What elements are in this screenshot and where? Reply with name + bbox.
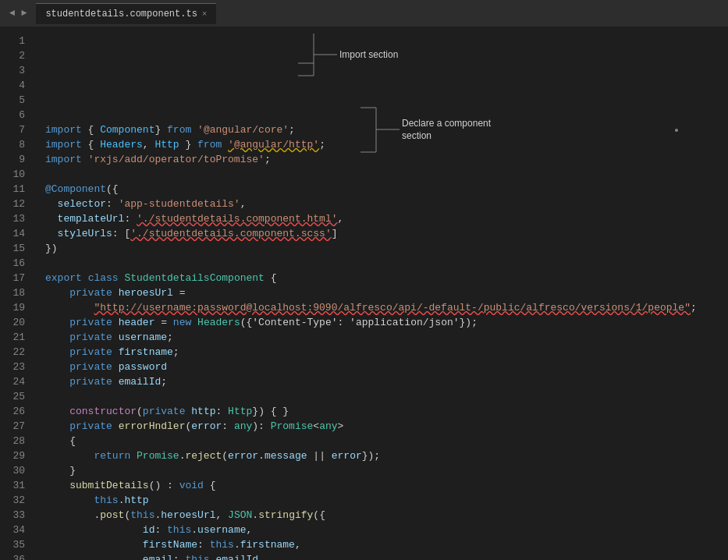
line-number: 29 (0, 448, 25, 463)
line-number: 2 (0, 48, 25, 63)
line-number: 5 (0, 93, 25, 108)
code-line (45, 389, 728, 404)
code-line: }) (45, 241, 728, 256)
code-line: private errorHndler(error: any): Promise… (45, 419, 728, 434)
code-line: export class StudentdetailsComponent { (45, 271, 728, 285)
line-number: 22 (0, 345, 25, 360)
line-number: 19 (0, 300, 25, 315)
line-number: 31 (0, 478, 25, 493)
code-line: .post(this.heroesUrl, JSON.stringify({ (45, 508, 728, 523)
line-number: 4 (0, 78, 25, 93)
code-line: constructor(private http: Http}) { } (45, 404, 728, 419)
line-number: 32 (0, 493, 25, 508)
code-line: private header = new Headers({'Content-T… (45, 315, 728, 330)
code-line: private heroesUrl = (45, 285, 728, 300)
code-line: private password (45, 360, 728, 374)
code-line: selector: 'app-studentdetails', (45, 197, 728, 211)
code-line: private firstname; (45, 345, 728, 360)
file-tab[interactable]: studentdetails.component.ts × (36, 3, 216, 24)
code-line: id: this.username, (45, 523, 728, 537)
line-number: 9 (0, 152, 25, 167)
code-line: import { Headers, Http } from '@angular/… (45, 137, 728, 152)
line-number: 26 (0, 404, 25, 419)
line-number: 10 (0, 167, 25, 182)
code-line: @Component({ (45, 182, 728, 197)
line-number: 17 (0, 271, 25, 285)
code-line: } (45, 463, 728, 478)
code-line: private emailId; (45, 374, 728, 389)
code-line: "http://username:password@localhost:9090… (45, 300, 728, 315)
tab-close-icon[interactable]: × (202, 9, 208, 19)
line-number: 14 (0, 226, 25, 241)
code-line: firstName: this.firstname, (45, 537, 728, 552)
line-number: 24 (0, 374, 25, 389)
line-number: 1 (0, 34, 25, 48)
code-line (45, 256, 728, 271)
line-number: 8 (0, 137, 25, 152)
code-line: styleUrls: ['./studentdetails.component.… (45, 226, 728, 241)
code-line: return Promise.reject(error.message || e… (45, 448, 728, 463)
line-number: 6 (0, 108, 25, 122)
code-line: import { Component} from '@angular/core'… (45, 122, 728, 137)
code-line: templateUrl: './studentdetails.component… (45, 211, 728, 226)
code-line (45, 167, 728, 182)
line-numbers: 1234567891011121314151617181920212223242… (0, 27, 33, 560)
line-number: 20 (0, 315, 25, 330)
code-line: submitDetails() : void { (45, 478, 728, 493)
line-number: 27 (0, 419, 25, 434)
line-number: 21 (0, 330, 25, 345)
code-line: this.http (45, 493, 728, 508)
line-number: 25 (0, 389, 25, 404)
editor-area: 1234567891011121314151617181920212223242… (0, 27, 728, 560)
code-line: { (45, 434, 728, 448)
line-number: 11 (0, 182, 25, 197)
code-line: import 'rxjs/add/operator/toPromise'; (45, 152, 728, 167)
code-line: email: this.emailId, (45, 552, 728, 560)
line-number: 23 (0, 360, 25, 374)
nav-left-icon[interactable]: ◄ (6, 6, 18, 20)
line-number: 28 (0, 434, 25, 448)
nav-arrows[interactable]: ◄ ► (6, 6, 30, 20)
line-number: 15 (0, 241, 25, 256)
code-content[interactable]: Import section Declare a component secti… (33, 27, 728, 560)
line-number: 33 (0, 508, 25, 523)
line-number: 34 (0, 523, 25, 537)
title-bar: ◄ ► studentdetails.component.ts × (0, 0, 728, 27)
line-number: 13 (0, 211, 25, 226)
line-number: 3 (0, 63, 25, 78)
line-number: 35 (0, 537, 25, 552)
line-number: 7 (0, 122, 25, 137)
line-number: 36 (0, 552, 25, 560)
svg-text:Import section: Import section (339, 49, 398, 60)
line-number: 18 (0, 285, 25, 300)
line-number: 30 (0, 463, 25, 478)
nav-right-icon[interactable]: ► (18, 6, 30, 20)
line-number: 16 (0, 256, 25, 271)
code-line: private username; (45, 330, 728, 345)
line-number: 12 (0, 197, 25, 211)
tab-label: studentdetails.component.ts (45, 9, 197, 19)
